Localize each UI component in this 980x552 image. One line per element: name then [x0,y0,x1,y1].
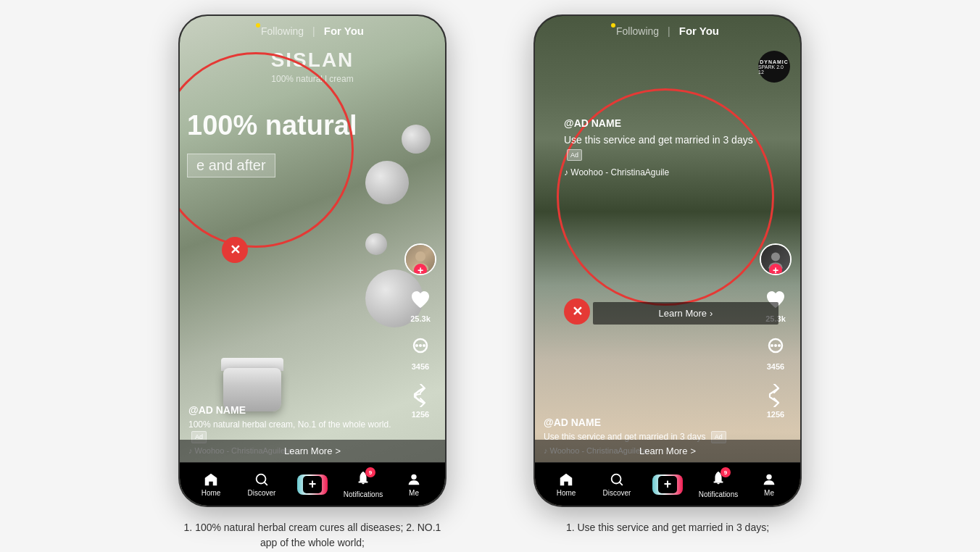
phone1-discover-label: Discover [248,489,276,497]
phone2-comments-count: 3456 [767,362,784,371]
phone2-caption: 1. Use this service and get married in 3… [533,520,802,551]
avatar2-plus-icon[interactable]: + [769,264,782,275]
phone2-username[interactable]: @AD NAME [544,417,749,428]
phone2: Following | For You DYNAMIC SPARK 2.0 12… [533,14,802,507]
sphere-decoration-2 [402,125,431,154]
phone2-nav-sep: | [668,25,670,37]
phone1-nav-plus[interactable]: + [287,474,338,495]
phone2-overlay-music: ♪ Woohoo - ChristinaAguile [564,167,757,177]
phone1-nav-home[interactable]: Home [186,472,236,497]
phones-row: Following | For You SISLAN 100% natural … [135,0,845,514]
phone1-likes-count: 25.3k [410,314,431,323]
phone2-learn-more-arrow: > [690,446,696,456]
phone2-nav-me[interactable]: Me [744,472,794,497]
svg-point-15 [766,474,771,480]
phone2-share-group[interactable]: 1256 [763,382,789,419]
phone2-nav: Following | For You [535,16,800,43]
phone1-comment-icon[interactable] [407,335,433,361]
svg-point-3 [415,344,418,347]
phone2-overlay-desc: Use this service and get married in 3 da… [564,133,757,162]
phone2-notif-icon-wrap: 9 [710,470,726,489]
phone1-desc-text: 100% natural herbal cream, No.1 of the w… [188,419,391,430]
phone1-comments-count: 3456 [412,362,429,371]
descriptions-row: 1. 100% natural herbal cream cures all d… [0,514,980,552]
phone1-username[interactable]: @AD NAME [188,404,394,416]
svg-point-13 [778,344,781,347]
phone2-close-button[interactable]: ✕ [564,298,590,325]
cream-product [209,339,296,411]
phone2-overlay-learn-more[interactable]: Learn More › [593,302,778,325]
phone1-plus-button[interactable]: + [297,474,328,495]
phone2-notif-badge: 9 [721,467,731,477]
sphere-decoration-3 [365,233,387,255]
phone2-nav-discover[interactable]: Discover [591,472,642,497]
phone2-learn-more-text: Learn More [639,446,687,456]
phone1-learn-more-text: Learn More [284,446,332,456]
svg-point-0 [415,251,425,262]
phone2-me-label: Me [764,489,774,497]
phone1-share-icon[interactable] [407,382,433,409]
phone1-close-button[interactable]: ✕ [222,237,248,263]
heart-svg [409,288,432,311]
phone2-nav-foryou[interactable]: For You [679,25,719,37]
phone2-nav-notifications[interactable]: 9 Notifications [693,470,744,498]
phone1-heart-icon[interactable] [407,287,433,313]
phone2-overlay-desc-text: Use this service and get married in 3 da… [564,134,753,146]
avatar-plus-icon[interactable]: + [414,264,427,275]
phone2-nav-plus[interactable]: + [642,474,693,495]
phone1-like-group[interactable]: 25.3k [407,287,433,323]
phone1-learn-more-bar[interactable]: Learn More > [180,440,445,462]
phone1: Following | For You SISLAN 100% natural … [178,14,447,507]
dynamic-badge-text1: DYNAMIC [760,59,789,64]
nav-dot-2 [611,23,615,28]
svg-point-5 [423,344,425,347]
svg-point-7 [411,474,416,480]
phone2-learn-more-bar[interactable]: Learn More > [535,440,800,462]
phone2-overlay-learn-more-text: Learn More [659,308,707,319]
discover2-icon [609,472,625,488]
phone1-avatar-group: + [404,243,436,275]
comment2-svg [764,336,787,359]
phone1-nav-following[interactable]: Following [261,25,304,37]
phone1-notif-icon-wrap: 9 [355,470,371,489]
phone1-comment-group[interactable]: 3456 [407,335,433,371]
phone2-notifications-label: Notifications [699,490,738,498]
phone1-share-group[interactable]: 1256 [407,382,433,419]
phone1-nav-discover[interactable]: Discover [236,472,287,497]
nav-dot [256,23,260,28]
phone2-share-icon[interactable] [763,382,789,409]
phone1-avatar[interactable]: + [404,243,436,275]
phone1-nav-me[interactable]: Me [389,472,439,497]
home-icon [203,472,219,488]
phone2-overlay-username: @AD NAME [564,117,757,129]
phone2-overlay-learn-more-arrow: › [710,308,713,319]
phone2-home-label: Home [557,489,576,497]
phone1-sidebar: + 25.3k [404,243,436,419]
phone2-avatar[interactable]: + [760,243,792,275]
phone2-plus-inner: + [658,476,677,493]
phone2-avatar-group: + [760,243,792,275]
share2-svg [764,384,787,407]
dynamic-badge: DYNAMIC SPARK 2.0 12 [758,51,790,83]
phone1-nav-notifications[interactable]: 9 Notifications [338,470,389,498]
phone1-shares-count: 1256 [412,410,429,419]
phone2-comment-group[interactable]: 3456 [763,335,789,371]
svg-point-4 [419,344,422,347]
phone2-plus-button[interactable]: + [652,474,683,495]
phone1-plus-inner: + [303,476,322,493]
dynamic-badge-circle: DYNAMIC SPARK 2.0 12 [758,51,790,83]
phone1-caption: 1. 100% natural herbal cream cures all d… [178,520,447,551]
phone2-nav-following[interactable]: Following [616,25,659,37]
phone2-nav-home[interactable]: Home [541,472,591,497]
phone1-nav-foryou[interactable]: For You [324,25,364,37]
home2-icon [558,472,574,488]
phone2-overlay-content: @AD NAME Use this service and get marrie… [564,117,757,177]
sphere-decoration-1 [365,161,409,204]
phone2-comment-icon[interactable] [763,335,789,361]
svg-point-8 [771,252,780,261]
svg-point-12 [774,344,777,347]
share-svg [409,384,432,407]
me-icon [406,472,422,488]
phone2-overlay-ad-badge: Ad [567,149,582,162]
phone1-nav: Following | For You [180,16,445,43]
